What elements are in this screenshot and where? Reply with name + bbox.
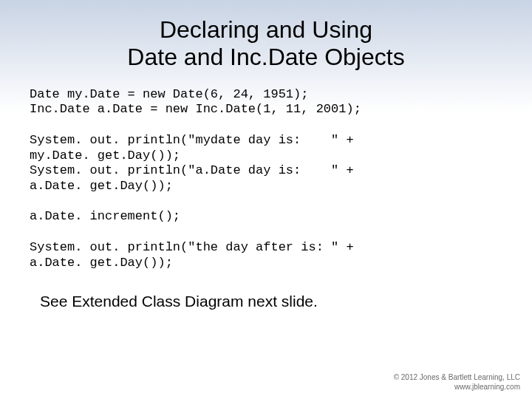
copyright-link: www.jblearning.com	[394, 383, 520, 392]
copyright-line-1: © 2012 Jones & Bartlett Learning, LLC	[394, 373, 520, 383]
title-line-1: Declaring and Using	[160, 16, 372, 43]
title-line-2: Date and Inc.Date Objects	[127, 44, 404, 70]
code-block: Date my.Date = new Date(6, 24, 1951); In…	[30, 87, 532, 271]
slide: Declaring and Using Date and Inc.Date Ob…	[0, 0, 532, 399]
footer-note: See Extended Class Diagram next slide.	[40, 293, 532, 310]
slide-title: Declaring and Using Date and Inc.Date Ob…	[0, 0, 532, 71]
copyright: © 2012 Jones & Bartlett Learning, LLC ww…	[394, 373, 520, 392]
